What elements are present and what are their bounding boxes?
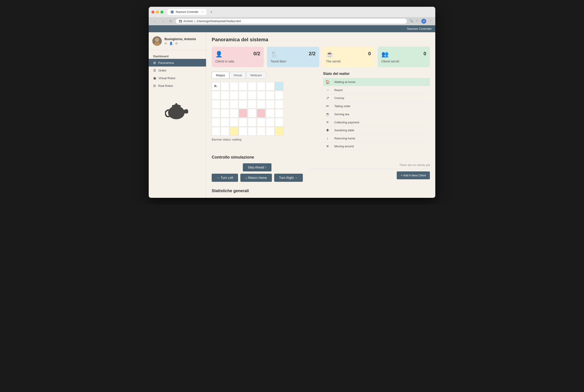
grid-cell (266, 100, 274, 108)
grid-cell (275, 91, 283, 100)
person-icon[interactable]: 👤 (169, 42, 173, 45)
sidebar-item-label: Virtual Robot (158, 76, 175, 80)
traffic-light-green[interactable] (160, 10, 163, 14)
barman-status: Barman status: waiting (212, 138, 319, 141)
grid-cell (221, 109, 229, 118)
grid-cell (212, 100, 220, 108)
turn-right-button[interactable]: Turn Right → (274, 174, 303, 182)
forward-button[interactable]: → (160, 19, 166, 24)
waiter-status-row: →Reach (323, 86, 430, 94)
sidebar-item-ordini[interactable]: ☰ Ordini (149, 66, 206, 74)
direction-buttons-row: ← Turn Left ⌂ Return Home Turn Right → (212, 174, 303, 182)
traffic-light-yellow[interactable] (156, 10, 159, 14)
waiter-status-icon: ☕ (323, 110, 332, 118)
turn-left-button[interactable]: ← Turn Left (212, 174, 238, 182)
grid-cell (239, 91, 247, 100)
grid-cell (221, 127, 229, 136)
tavoli-liberi-value: 2/2 (309, 51, 316, 56)
clienti-serviti-icon: 👥 (381, 51, 389, 58)
grid-cell (257, 100, 265, 108)
stat-card-header: 🍴 2/2 (271, 51, 315, 58)
grid-cell (230, 82, 238, 90)
svg-point-0 (155, 38, 159, 42)
waiter-status-icon: 🏠 (323, 78, 332, 86)
tavoli-liberi-label: Tavoli liberi (271, 60, 315, 63)
stat-card-header: 👤 0/2 (215, 51, 260, 58)
grid-cell (239, 100, 247, 108)
tavoli-liberi-icon: 🍴 (271, 51, 278, 58)
browser-addressbar: ← → ↻ 💾 Archivio | /Users/ugo/Desktop/we… (149, 17, 435, 25)
new-tab-button[interactable]: + (209, 10, 214, 14)
grid-cell (257, 109, 265, 118)
clienti-in-sala-value: 0/2 (253, 51, 260, 56)
simulation-layout: Step Ahead ↑ ← Turn Left ⌂ Return Home T… (212, 163, 430, 182)
avatar (152, 36, 162, 46)
back-button[interactable]: ← (152, 19, 158, 24)
grid-cell (230, 91, 238, 100)
grid-cell (221, 91, 229, 100)
address-bar[interactable]: 💾 Archivio | /Users/ugo/Desktop/webTea/t… (176, 19, 407, 24)
sidebar-item-panoramica[interactable]: ⊞ Panoramica (149, 59, 206, 66)
grid-cell (230, 109, 238, 118)
grid-cell (221, 100, 229, 108)
stats-title: Statistiche generali (212, 188, 430, 193)
return-home-button[interactable]: ⌂ Return Home (240, 174, 272, 182)
tab-favicon (171, 10, 174, 14)
sidebar-item-virtual-robot[interactable]: ▣ Virtual Robot (149, 74, 206, 82)
waiter-status-row: ✏Taking order (323, 102, 430, 110)
waiter-status-icon: ↓ (323, 134, 332, 142)
grid-cell (266, 91, 274, 100)
stat-card-clienti-serviti: 👥 0 Clienti serviti (378, 47, 430, 67)
sidebar-item-real-robot[interactable]: ⊟ Real Robot (149, 82, 206, 90)
sidebar-user: Buongiorno, Antonio ✉ 👤 ⚙ (149, 32, 206, 50)
grid-cell (239, 109, 247, 118)
tab-close-button[interactable]: × (202, 10, 203, 13)
address-separator: | (195, 20, 195, 23)
clienti-serviti-value: 0 (424, 51, 426, 56)
map-waiter-section: Mappa Virtual Webcam R↓ Barman status: w… (212, 72, 430, 150)
svg-point-1 (154, 42, 160, 46)
bookmark-icon[interactable]: ☆ (416, 19, 419, 24)
waiter-status-row: ✕Moving around (323, 142, 430, 150)
svg-point-2 (168, 106, 185, 119)
user-action-icons: ✉ 👤 ⚙ (165, 42, 196, 45)
grid-cell (266, 109, 274, 118)
waiter-status-label: Waiting at home (332, 78, 430, 86)
sidebar: Buongiorno, Antonio ✉ 👤 ⚙ Dashboard ⊞ Pa… (149, 32, 206, 198)
waiter-status-label: Convoy (332, 94, 430, 102)
waiter-status-label: Serving tea (332, 110, 430, 118)
the-serviti-label: The serviti (326, 60, 371, 63)
menu-icon[interactable]: ⋮ (429, 19, 432, 24)
waiter-status-icon: ✏ (323, 102, 332, 110)
stat-card-tavoli-liberi: 🍴 2/2 Tavoli liberi (267, 47, 319, 67)
map-container: Mappa Virtual Webcam R↓ Barman status: w… (212, 72, 319, 150)
add-client-button[interactable]: + Add A New Client (397, 172, 430, 179)
tab-webcam[interactable]: Webcam (246, 72, 266, 79)
reload-button[interactable]: ↻ (168, 19, 174, 24)
sidebar-item-label: Ordini (158, 69, 166, 72)
user-profile-icon[interactable]: U (421, 19, 426, 24)
stat-cards: 👤 0/2 Clienti in sala 🍴 2/2 Tavoli liber… (212, 47, 430, 67)
waiter-status-icon: ↗ (323, 94, 332, 102)
the-serviti-icon: ☕ (326, 51, 333, 58)
mail-icon[interactable]: ✉ (165, 42, 167, 45)
search-icon[interactable]: 🔍 (409, 19, 413, 24)
waiter-status-table: 🏠Waiting at home→Reach↗Convoy✏Taking ord… (323, 78, 430, 150)
sidebar-item-label: Real Robot (158, 84, 173, 88)
address-bar-actions: 🔍 ☆ U ⋮ (409, 19, 432, 24)
simulation-section: Controllo simulazione Step Ahead ↑ ← Tur… (212, 155, 430, 182)
step-ahead-button[interactable]: Step Ahead ↑ (243, 163, 271, 172)
waiter-status-title: Stato del waiter (323, 72, 430, 76)
settings-icon[interactable]: ⚙ (175, 42, 178, 45)
grid-cell (239, 118, 247, 126)
grid-cell (230, 100, 238, 108)
grid-cell (275, 127, 283, 136)
waiter-status-row: ↗Convoy (323, 94, 430, 102)
browser-tab[interactable]: Tearoom Controller × (167, 9, 206, 15)
tab-mappa[interactable]: Mappa (212, 72, 229, 79)
grid-cell (248, 82, 256, 90)
traffic-light-red[interactable] (151, 10, 154, 14)
address-url: /Users/ugo/Desktop/webTea/tea.html (197, 20, 241, 23)
browser-window: Tearoom Controller × + ← → ↻ 💾 Archivio … (149, 7, 435, 198)
tab-virtual[interactable]: Virtual (229, 72, 246, 79)
